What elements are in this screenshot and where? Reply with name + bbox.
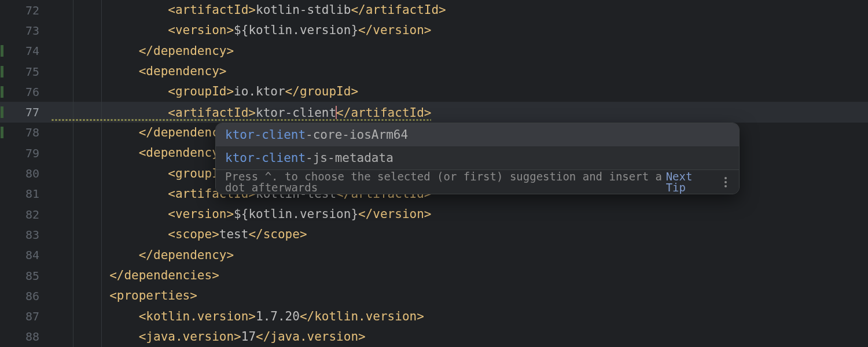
code-content: <java.version>17</java.version> bbox=[51, 331, 868, 343]
code-editor[interactable]: 72 <artifactId>kotlin-stdlib</artifactId… bbox=[0, 0, 868, 347]
line-number: 85 bbox=[0, 270, 51, 282]
code-line[interactable]: 87 <kotlin.version>1.7.20</kotlin.versio… bbox=[0, 306, 868, 326]
line-number: 81 bbox=[0, 188, 51, 200]
more-options-icon[interactable] bbox=[722, 177, 730, 187]
code-content: <version>${kotlin.version}</version> bbox=[51, 24, 868, 36]
line-number: 77 bbox=[0, 106, 51, 118]
line-number: 88 bbox=[0, 331, 51, 342]
code-line[interactable]: 74 </dependency> bbox=[0, 41, 868, 61]
completion-item[interactable]: ktor-client-js-metadata bbox=[216, 146, 739, 169]
code-line[interactable]: 85 </dependencies> bbox=[0, 265, 868, 286]
change-marker bbox=[1, 66, 3, 77]
code-content: </dependency> bbox=[51, 249, 868, 261]
code-content: </dependency> bbox=[51, 45, 868, 57]
line-number: 78 bbox=[0, 127, 51, 138]
line-number: 84 bbox=[0, 249, 51, 261]
code-line[interactable]: 84 </dependency> bbox=[0, 245, 868, 265]
next-tip-link[interactable]: Next Tip bbox=[666, 171, 709, 193]
code-line[interactable]: 72 <artifactId>kotlin-stdlib</artifactId… bbox=[0, 0, 868, 20]
line-number: 76 bbox=[0, 86, 51, 98]
change-marker bbox=[1, 127, 3, 138]
code-content: <artifactId>ktor-client</artifactId> bbox=[51, 106, 868, 119]
change-marker bbox=[1, 106, 3, 118]
change-marker bbox=[1, 45, 3, 57]
line-number: 75 bbox=[0, 66, 51, 77]
line-number: 87 bbox=[0, 311, 51, 322]
completion-footer: Press ^. to choose the selected (or firs… bbox=[216, 169, 739, 194]
line-number: 73 bbox=[0, 25, 51, 36]
code-line[interactable]: 83 <scope>test</scope> bbox=[0, 224, 868, 245]
line-number: 80 bbox=[0, 168, 51, 179]
completion-popup: ktor-client-core-iosArm64ktor-client-js-… bbox=[215, 123, 740, 194]
line-number: 83 bbox=[0, 229, 51, 241]
code-content: <version>${kotlin.version}</version> bbox=[51, 208, 868, 220]
code-line[interactable]: 88 <java.version>17</java.version> bbox=[0, 327, 868, 347]
code-content: <scope>test</scope> bbox=[51, 228, 868, 241]
code-content: <groupId>io.ktor</groupId> bbox=[51, 86, 868, 98]
completion-item[interactable]: ktor-client-core-iosArm64 bbox=[216, 123, 739, 146]
code-line[interactable]: 82 <version>${kotlin.version}</version> bbox=[0, 204, 868, 224]
code-line[interactable]: 76 <groupId>io.ktor</groupId> bbox=[0, 82, 868, 102]
line-number: 72 bbox=[0, 5, 51, 16]
line-number: 86 bbox=[0, 290, 51, 302]
line-number: 79 bbox=[0, 147, 51, 159]
code-line[interactable]: 77 <artifactId>ktor-client</artifactId> bbox=[0, 102, 868, 122]
code-line[interactable]: 75 <dependency> bbox=[0, 61, 868, 82]
code-content: <kotlin.version>1.7.20</kotlin.version> bbox=[51, 311, 868, 323]
code-line[interactable]: 73 <version>${kotlin.version}</version> bbox=[0, 20, 868, 40]
line-number: 82 bbox=[0, 209, 51, 220]
code-content: <properties> bbox=[51, 290, 868, 302]
code-content: <artifactId>kotlin-stdlib</artifactId> bbox=[51, 4, 868, 16]
code-content: </dependencies> bbox=[51, 270, 868, 282]
change-marker bbox=[1, 86, 3, 98]
line-number: 74 bbox=[0, 45, 51, 57]
code-content: <dependency> bbox=[51, 65, 868, 77]
completion-hint-text: Press ^. to choose the selected (or firs… bbox=[225, 171, 666, 193]
code-line[interactable]: 86 <properties> bbox=[0, 286, 868, 306]
